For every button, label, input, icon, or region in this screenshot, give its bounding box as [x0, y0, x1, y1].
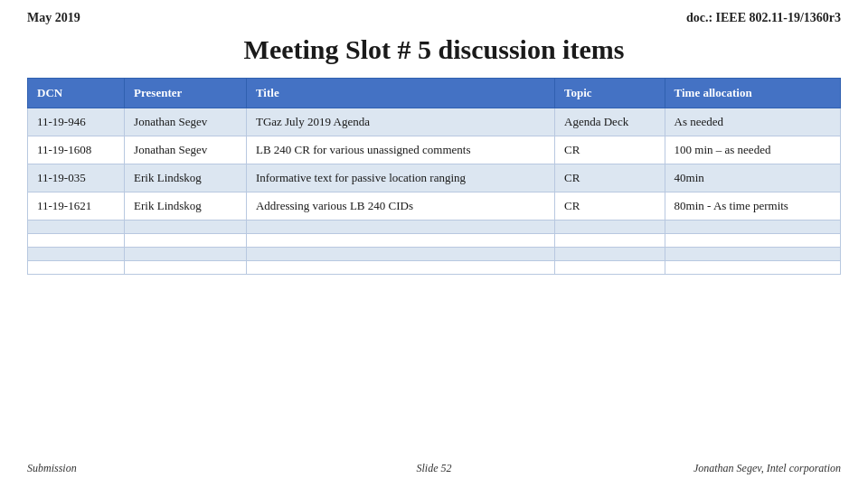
table-cell-topic — [555, 234, 665, 248]
table-cell-presenter — [125, 248, 247, 261]
table-cell-title: Informative text for passive location ra… — [246, 164, 554, 192]
table-cell-time — [665, 234, 840, 248]
table-cell-topic: CR — [555, 136, 665, 164]
table-cell-title — [246, 234, 554, 248]
table-cell-presenter: Jonathan Segev — [125, 136, 247, 164]
table-cell-title — [246, 261, 554, 275]
table-cell-time: 40min — [665, 164, 840, 192]
table-cell-title — [246, 221, 554, 234]
table-row — [28, 248, 841, 261]
table-row: 11-19-946Jonathan SegevTGaz July 2019 Ag… — [28, 108, 841, 136]
table-cell-presenter — [125, 261, 247, 275]
table-cell-time — [665, 221, 840, 234]
table-cell-topic: CR — [555, 164, 665, 192]
col-header-presenter: Presenter — [125, 79, 247, 108]
table-container: DCN Presenter Title Topic Time allocatio… — [27, 78, 841, 275]
table-cell-topic: CR — [555, 192, 665, 221]
table-cell-presenter: Erik Lindskog — [125, 192, 247, 221]
table-cell-topic — [555, 248, 665, 261]
table-cell-time: 80min - As time permits — [665, 192, 840, 221]
header-right: doc.: IEEE 802.11-19/1360r3 — [686, 11, 841, 25]
table-cell-dcn — [28, 261, 125, 275]
table-cell-dcn — [28, 248, 125, 261]
table-cell-dcn: 11-19-946 — [28, 108, 125, 136]
table-cell-presenter: Jonathan Segev — [125, 108, 247, 136]
table-cell-dcn — [28, 221, 125, 234]
table-header-row: DCN Presenter Title Topic Time allocatio… — [28, 79, 841, 108]
table-cell-presenter — [125, 221, 247, 234]
table-cell-topic: Agenda Deck — [555, 108, 665, 136]
table-cell-title: TGaz July 2019 Agenda — [246, 108, 554, 136]
table-cell-dcn — [28, 234, 125, 248]
table-cell-presenter: Erik Lindskog — [125, 164, 247, 192]
table-cell-time — [665, 248, 840, 261]
footer-right: Jonathan Segev, Intel corporation — [693, 462, 841, 475]
table-row — [28, 261, 841, 275]
table-row — [28, 234, 841, 248]
table-cell-title: Addressing various LB 240 CIDs — [246, 192, 554, 221]
table-row — [28, 221, 841, 234]
page-title: Meeting Slot # 5 discussion items — [0, 34, 868, 65]
col-header-dcn: DCN — [28, 79, 125, 108]
col-header-time: Time allocation — [665, 79, 840, 108]
table-cell-dcn: 11-19-035 — [28, 164, 125, 192]
table-cell-time — [665, 261, 840, 275]
table-cell-title — [246, 248, 554, 261]
footer-center: Slide 52 — [417, 462, 452, 475]
table-row: 11-19-035Erik LindskogInformative text f… — [28, 164, 841, 192]
table-cell-dcn: 11-19-1621 — [28, 192, 125, 221]
footer-left: Submission — [27, 462, 77, 475]
col-header-topic: Topic — [555, 79, 665, 108]
table-cell-time: As needed — [665, 108, 840, 136]
table-cell-topic — [555, 261, 665, 275]
discussion-table: DCN Presenter Title Topic Time allocatio… — [27, 78, 841, 275]
table-cell-dcn: 11-19-1608 — [28, 136, 125, 164]
table-row: 11-19-1608Jonathan SegevLB 240 CR for va… — [28, 136, 841, 164]
header-left: May 2019 — [27, 11, 80, 25]
col-header-title: Title — [246, 79, 554, 108]
table-cell-presenter — [125, 234, 247, 248]
table-cell-topic — [555, 221, 665, 234]
table-cell-title: LB 240 CR for various unassigned comment… — [246, 136, 554, 164]
table-cell-time: 100 min – as needed — [665, 136, 840, 164]
table-row: 11-19-1621Erik LindskogAddressing variou… — [28, 192, 841, 221]
